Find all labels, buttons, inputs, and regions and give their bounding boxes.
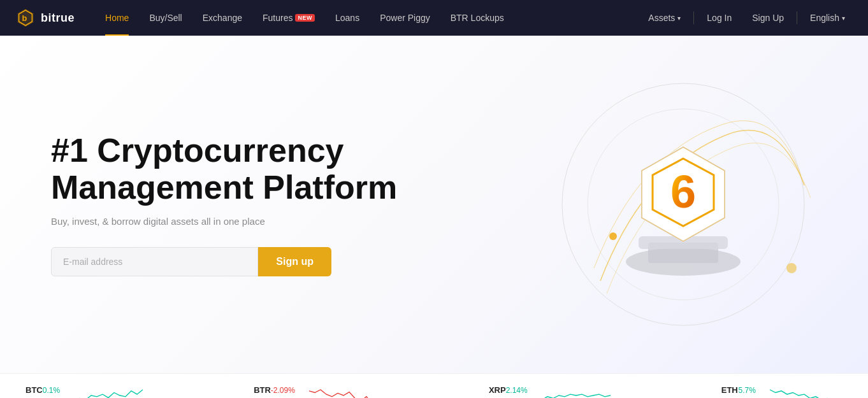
btc-change: 0.1% (43, 386, 60, 395)
brand-logo[interactable]: b bitrue (15, 8, 75, 28)
ticker-info-eth: ETH 5.7% $4715.01 (721, 385, 756, 398)
navbar: b bitrue Home Buy/Sell Exchange Futures … (0, 0, 868, 36)
xrp-change: 2.14% (506, 386, 528, 395)
nav-btr-lockups[interactable]: BTR Lockups (440, 0, 514, 36)
hero-token-svg: 6 (613, 128, 753, 281)
nav-right: Assets ▾ Log In Sign Up English ▾ (640, 9, 853, 27)
nav-power-piggy[interactable]: Power Piggy (370, 0, 440, 36)
nav-buysell[interactable]: Buy/Sell (139, 0, 192, 36)
nav-divider-1 (693, 11, 694, 24)
ticker-item-btr[interactable]: BTR -2.09% $0.317 (254, 384, 382, 398)
nav-exchange[interactable]: Exchange (192, 0, 252, 36)
nav-home[interactable]: Home (95, 0, 139, 36)
btr-chart (305, 384, 382, 398)
ticker-item-xrp[interactable]: XRP 2.14% $1.0061 (489, 384, 614, 398)
nav-divider-2 (797, 11, 797, 24)
ticker-item-eth[interactable]: ETH 5.7% $4715.01 (721, 384, 843, 398)
btc-symbol: BTC (25, 385, 43, 395)
nav-futures[interactable]: Futures NEW (252, 0, 325, 36)
hero-section: #1 Cryptocurrency Management Platform Bu… (0, 36, 868, 373)
hero-subtitle: Buy, invest, & borrow digital assets all… (51, 216, 397, 227)
xrp-symbol: XRP (489, 385, 506, 395)
eth-symbol: ETH (721, 385, 738, 395)
hero-token: 6 (613, 128, 753, 281)
ticker-top-btr: BTR -2.09% (254, 385, 295, 395)
svg-point-6 (786, 263, 797, 273)
ticker-top-xrp: XRP 2.14% (489, 385, 528, 395)
nav-loans[interactable]: Loans (325, 0, 370, 36)
language-caret: ▾ (842, 15, 845, 22)
ticker-bar: BTC 0.1% $57163 BTR -2.09% $0.317 XRP 2.… (0, 373, 868, 398)
hero-signup-button[interactable]: Sign up (258, 247, 331, 276)
hero-content: #1 Cryptocurrency Management Platform Bu… (51, 132, 397, 276)
hero-form: Sign up (51, 247, 331, 276)
nav-links: Home Buy/Sell Exchange Futures NEW Loans… (95, 0, 640, 36)
ticker-top-btc: BTC 0.1% (25, 385, 60, 395)
btr-change: -2.09% (271, 386, 295, 395)
assets-button[interactable]: Assets ▾ (640, 9, 688, 27)
svg-text:b: b (22, 13, 27, 23)
assets-caret: ▾ (677, 15, 681, 22)
hero-visual: 6 (549, 71, 817, 338)
ticker-info-btr: BTR -2.09% $0.317 (254, 385, 295, 398)
ticker-top-eth: ETH 5.7% (721, 385, 756, 395)
btr-symbol: BTR (254, 385, 271, 395)
email-input[interactable] (51, 247, 258, 276)
ticker-item-btc[interactable]: BTC 0.1% $57163 (25, 384, 147, 398)
eth-chart (766, 384, 843, 398)
xrp-chart (538, 384, 614, 398)
svg-text:6: 6 (670, 166, 696, 217)
btc-chart (70, 384, 147, 398)
hero-title: #1 Cryptocurrency Management Platform (51, 132, 397, 205)
login-button[interactable]: Log In (699, 9, 739, 27)
bitrue-logo-icon: b (15, 8, 36, 28)
ticker-info-xrp: XRP 2.14% $1.0061 (489, 385, 528, 398)
brand-name: bitrue (41, 11, 75, 25)
signup-nav-button[interactable]: Sign Up (744, 9, 792, 27)
language-button[interactable]: English ▾ (802, 9, 853, 27)
eth-change: 5.7% (739, 386, 756, 395)
futures-badge: NEW (295, 14, 315, 22)
ticker-info-btc: BTC 0.1% $57163 (25, 385, 60, 398)
